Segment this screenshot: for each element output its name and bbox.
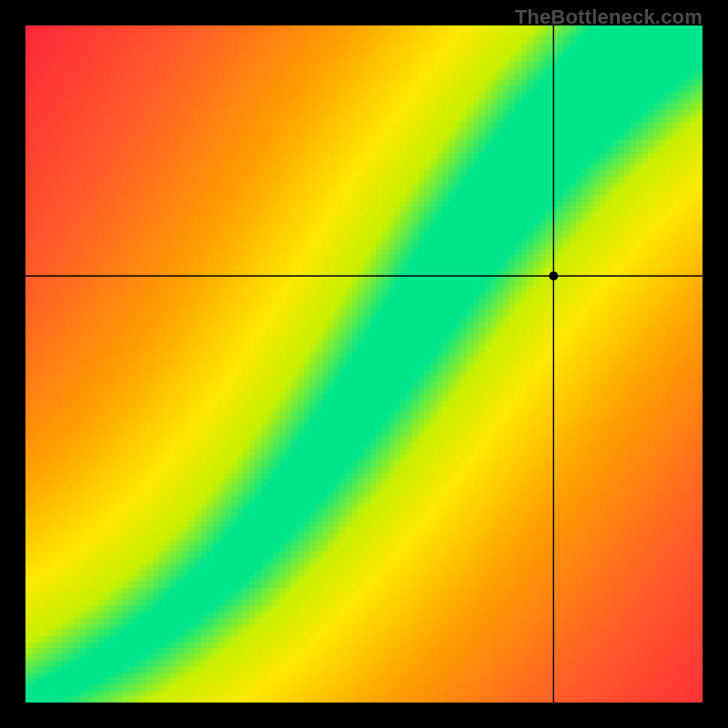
chart-frame: TheBottleneck.com <box>0 0 728 728</box>
crosshair-overlay <box>25 25 703 703</box>
watermark-text: TheBottleneck.com <box>515 5 703 29</box>
